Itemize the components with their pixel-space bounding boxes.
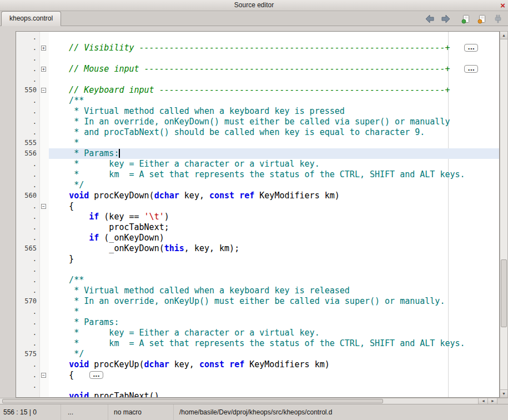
gutter-dot[interactable]: . xyxy=(16,201,39,212)
gutter-dot[interactable]: . xyxy=(16,275,39,286)
gutter-dot[interactable]: . xyxy=(16,317,39,328)
nav-forward-button[interactable] xyxy=(440,14,451,24)
gutter-dot[interactable]: . xyxy=(16,117,39,127)
code-line[interactable]: . if (key == '\t') xyxy=(16,212,499,222)
nav-back-button[interactable] xyxy=(424,14,435,24)
code-line[interactable]: . * xyxy=(16,307,499,317)
code-line[interactable]: 560 void procKeyDown(dchar key, const re… xyxy=(16,191,499,201)
gutter-dot[interactable]: . xyxy=(16,307,39,317)
code-line[interactable]: . void procTabNext() xyxy=(16,391,499,398)
code-line[interactable]: . * km = A set that represents the statu… xyxy=(16,169,499,180)
scroll-right-button[interactable]: ► xyxy=(487,398,497,404)
code-line[interactable]: . * Virtual method called when a keyboar… xyxy=(16,286,499,296)
folded-code-ellipsis[interactable]: ... xyxy=(464,65,478,73)
horizontal-scrollbar-thumb[interactable] xyxy=(2,399,383,403)
gutter-dot[interactable]: . xyxy=(16,359,39,370)
folded-code-ellipsis[interactable]: ... xyxy=(464,44,478,52)
code-segment: KeyModifiers km) xyxy=(244,359,330,369)
line-number[interactable]: 570 xyxy=(16,296,39,307)
code-segment: * and procTabNext() should be called whe… xyxy=(49,127,425,137)
code-line[interactable]: . * and procTabNext() should be called w… xyxy=(16,127,499,138)
code-line[interactable]: .+ // Visibility -----------------------… xyxy=(16,43,499,53)
line-number[interactable]: 555 xyxy=(16,138,39,148)
fold-toggle-icon[interactable]: + xyxy=(41,46,46,51)
gutter-dot[interactable]: . xyxy=(16,222,39,233)
tab-kheops-control[interactable]: kheops.control xyxy=(1,11,61,26)
code-line[interactable]: . * In an override, onKeyDown() must eit… xyxy=(16,117,499,127)
gutter-dot[interactable]: . xyxy=(16,43,39,53)
code-line[interactable]: 550− // Keyboard input -----------------… xyxy=(16,85,499,96)
code-line[interactable]: . xyxy=(16,53,499,64)
gutter-dot[interactable]: . xyxy=(16,254,39,264)
gutter-dot[interactable]: . xyxy=(16,53,39,64)
code-line[interactable]: 555 * xyxy=(16,138,499,148)
gutter-dot[interactable]: . xyxy=(16,286,39,296)
gutter-dot[interactable]: . xyxy=(16,32,39,43)
close-button[interactable]: × xyxy=(500,1,505,10)
fold-toggle-icon[interactable]: − xyxy=(41,373,46,378)
code-line[interactable]: 565 _onKeyDown(this, key, km); xyxy=(16,243,499,254)
code-line[interactable]: . xyxy=(16,32,499,43)
line-number[interactable]: 575 xyxy=(16,349,39,359)
document-add-button[interactable] xyxy=(460,14,471,24)
vertical-scrollbar-thumb[interactable] xyxy=(501,259,507,327)
code-line[interactable]: . * Virtual method called when a keyboar… xyxy=(16,106,499,117)
code-segment: (_onKeyDown) xyxy=(99,233,164,243)
folded-code-ellipsis[interactable]: ... xyxy=(89,371,103,379)
fold-toggle-icon[interactable]: + xyxy=(41,67,46,72)
gutter-dot[interactable]: . xyxy=(16,96,39,106)
scroll-up-button[interactable]: ▲ xyxy=(500,32,507,39)
code-line[interactable]: .− {... xyxy=(16,370,499,381)
gutter-dot[interactable]: . xyxy=(16,159,39,169)
code-line[interactable]: . xyxy=(16,381,499,391)
gutter-dot[interactable]: . xyxy=(16,74,39,85)
gutter-dot[interactable]: . xyxy=(16,127,39,138)
code-line[interactable]: .+ // Mouse input ----------------------… xyxy=(16,64,499,74)
code-line[interactable]: . * Params: xyxy=(16,317,499,328)
gutter-dot[interactable]: . xyxy=(16,264,39,275)
horizontal-scrollbar[interactable]: ◄ ► xyxy=(0,398,508,404)
code-line[interactable]: . if (_onKeyDown) xyxy=(16,233,499,243)
detach-button[interactable] xyxy=(492,14,504,24)
code-line[interactable]: . * km = A set that represents the statu… xyxy=(16,338,499,349)
code-line[interactable]: . procTabNext; xyxy=(16,222,499,233)
gutter-dot[interactable]: . xyxy=(16,212,39,222)
gutter-dot[interactable]: . xyxy=(16,391,39,398)
gutter-dot[interactable]: . xyxy=(16,338,39,349)
line-number[interactable]: 565 xyxy=(16,243,39,254)
gutter-dot[interactable]: . xyxy=(16,169,39,180)
code-segment: dchar xyxy=(154,191,179,201)
gutter-dot[interactable]: . xyxy=(16,328,39,338)
gutter-dot[interactable]: . xyxy=(16,180,39,191)
line-number[interactable]: 556 xyxy=(16,148,39,159)
code-line[interactable]: .− { xyxy=(16,201,499,212)
code-line[interactable]: . */ xyxy=(16,180,499,191)
code-line[interactable]: 570 * In an override, onKeyUp() must eit… xyxy=(16,296,499,307)
code-line[interactable]: . * key = Either a character or a virtua… xyxy=(16,328,499,338)
code-line[interactable]: 556 * Params: xyxy=(16,148,499,159)
line-number[interactable]: 560 xyxy=(16,191,39,201)
fold-toggle-icon[interactable]: − xyxy=(41,204,46,209)
document-close-button[interactable] xyxy=(476,14,487,24)
code-line[interactable]: . /** xyxy=(16,275,499,286)
gutter-dot[interactable]: . xyxy=(16,64,39,74)
code-line[interactable]: . void procKeyUp(dchar key, const ref Ke… xyxy=(16,359,499,370)
fold-toggle-icon[interactable]: − xyxy=(41,88,46,93)
vertical-scrollbar[interactable]: ▲ ▼ xyxy=(500,31,508,398)
scroll-left-button[interactable]: ◄ xyxy=(478,398,488,404)
gutter-dot[interactable]: . xyxy=(16,381,39,391)
code-line[interactable]: . * key = Either a character or a virtua… xyxy=(16,159,499,169)
code-segment: procTabNext; xyxy=(49,222,169,232)
gutter-dot[interactable]: . xyxy=(16,106,39,117)
code-line[interactable]: . /** xyxy=(16,96,499,106)
code-line[interactable]: . xyxy=(16,74,499,85)
scroll-down-button[interactable]: ▼ xyxy=(500,389,507,397)
code-editor[interactable]: ..+ // Visibility ----------------------… xyxy=(16,31,500,398)
code-line[interactable]: . } xyxy=(16,254,499,264)
titlebar[interactable]: Source editor × xyxy=(0,0,508,11)
gutter-dot[interactable]: . xyxy=(16,370,39,381)
code-line[interactable]: 575 */ xyxy=(16,349,499,359)
code-line[interactable]: . xyxy=(16,264,499,275)
line-number[interactable]: 550 xyxy=(16,85,39,96)
gutter-dot[interactable]: . xyxy=(16,233,39,243)
